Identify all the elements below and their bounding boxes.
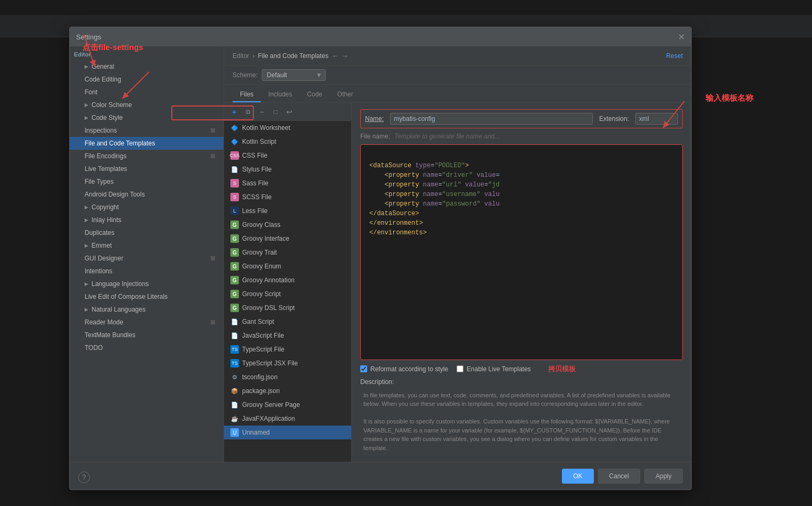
code-content[interactable]: <dataSource type="POOLED"> <property nam…: [361, 145, 682, 360]
add-template-button[interactable]: +: [228, 106, 240, 118]
help-button[interactable]: ?: [78, 471, 90, 483]
reset-button[interactable]: Reset: [666, 52, 683, 60]
tab-files[interactable]: Files: [233, 87, 261, 102]
template-item-groovy-script[interactable]: G Groovy Script: [224, 287, 351, 301]
apply-button[interactable]: Apply: [644, 469, 683, 484]
sass-icon: S: [230, 179, 239, 187]
template-list-panel: + ⧉ − □ ↩ 🔷 Kotlin Worksheet 🔷 K: [224, 103, 352, 462]
sidebar-item-font[interactable]: Font: [70, 86, 223, 99]
breadcrumb-bar: Editor › File and Code Templates ← → Res…: [224, 46, 691, 66]
template-item-groovy-interface[interactable]: G Groovy Interface: [224, 232, 351, 246]
scheme-label: Scheme:: [233, 71, 258, 79]
sidebar-item-todo[interactable]: TODO: [70, 341, 223, 354]
template-item-less-file[interactable]: L Less File: [224, 204, 351, 218]
gui-badge: [211, 256, 215, 260]
sidebar-item-color-scheme[interactable]: Color Scheme: [70, 99, 223, 111]
sidebar-item-intentions[interactable]: Intentions: [70, 265, 223, 278]
gant-icon: 📄: [230, 317, 239, 326]
template-item-kotlin-script[interactable]: 🔷 Kotlin Script: [224, 135, 351, 149]
sidebar-item-code-style[interactable]: Code Style: [70, 111, 223, 124]
template-item-css-file[interactable]: CSS CSS File: [224, 149, 351, 162]
options-row: Reformat according to style Enable Live …: [360, 364, 683, 374]
sidebar-item-copyright[interactable]: Copyright: [70, 201, 223, 214]
settings-content: Editor › File and Code Templates ← → Res…: [224, 46, 691, 462]
template-item-groovy-annotation[interactable]: G Groovy Annotation: [224, 273, 351, 287]
filename-placeholder: Template to generate file name and...: [394, 133, 500, 140]
sidebar-item-file-types[interactable]: File Types: [70, 175, 223, 188]
sidebar-item-language-injections[interactable]: Language Injections: [70, 278, 223, 290]
copy-button[interactable]: ⧉: [242, 106, 254, 118]
template-item-package-json[interactable]: 📦 package.json: [224, 384, 351, 398]
sidebar-item-reader-mode[interactable]: Reader Mode: [70, 316, 223, 329]
template-item-groovy-class[interactable]: G Groovy Class: [224, 218, 351, 232]
ok-button[interactable]: OK: [562, 469, 593, 484]
scheme-dropdown[interactable]: Default ▼: [262, 69, 326, 81]
sidebar-item-natural-languages[interactable]: Natural Languages: [70, 303, 223, 316]
template-item-groovy-enum[interactable]: G Groovy Enum: [224, 259, 351, 273]
nav-back-button[interactable]: ←: [332, 52, 339, 60]
description-section: Description: In file templates, you can …: [360, 378, 683, 456]
groovy-class-icon: G: [230, 221, 239, 229]
reset-template-button[interactable]: ↩: [284, 106, 295, 118]
name-input[interactable]: [390, 113, 593, 125]
template-item-kotlin-worksheet[interactable]: 🔷 Kotlin Worksheet: [224, 121, 351, 135]
kotlin-worksheet-icon: 🔷: [230, 124, 239, 132]
tab-code[interactable]: Code: [300, 87, 330, 102]
tab-includes[interactable]: Includes: [261, 87, 300, 102]
kotlin-script-icon: 🔷: [230, 137, 239, 146]
sidebar-item-code-editing[interactable]: Code Editing: [70, 73, 223, 86]
sidebar-item-inlay-hints[interactable]: Inlay Hints: [70, 214, 223, 226]
reformat-label: Reformat according to style: [370, 365, 448, 373]
sidebar-item-gui-designer[interactable]: GUI Designer: [70, 252, 223, 265]
code-editor[interactable]: <dataSource type="POOLED"> <property nam…: [360, 144, 683, 360]
sidebar-item-live-edit[interactable]: Live Edit of Compose Literals: [70, 290, 223, 303]
dialog-close-button[interactable]: ✕: [678, 32, 685, 42]
groovy-script-icon: G: [230, 290, 239, 298]
copy-template-annotation: 拷贝模板: [548, 364, 576, 374]
template-item-sass-file[interactable]: S Sass File: [224, 176, 351, 190]
scheme-dropdown-arrow: ▼: [316, 71, 322, 79]
cancel-button[interactable]: Cancel: [598, 469, 640, 484]
template-list: 🔷 Kotlin Worksheet 🔷 Kotlin Script CSS C…: [224, 121, 351, 462]
remove-template-button[interactable]: −: [256, 106, 268, 118]
template-item-stylus-file[interactable]: 📄 Stylus File: [224, 162, 351, 176]
sidebar-item-inspections[interactable]: Inspections: [70, 124, 223, 137]
reader-mode-badge: [211, 320, 215, 324]
tree-section-editor: Editor: [70, 48, 223, 60]
sidebar-item-file-code-templates[interactable]: File and Code Templates: [70, 137, 223, 150]
template-item-typescript-jsx[interactable]: TS TypeScript JSX File: [224, 356, 351, 370]
sidebar-item-emmet[interactable]: Emmet: [70, 239, 223, 252]
template-item-javafx[interactable]: ☕ JavaFXApplication: [224, 412, 351, 426]
sidebar-item-general[interactable]: General: [70, 60, 223, 73]
sidebar-item-duplicates[interactable]: Duplicates: [70, 226, 223, 239]
encodings-badge: [211, 154, 215, 158]
template-item-scss-file[interactable]: S SCSS File: [224, 190, 351, 204]
nav-forward-button[interactable]: →: [341, 52, 349, 60]
template-item-gant-script[interactable]: 📄 Gant Script: [224, 315, 351, 329]
sidebar-item-file-encodings[interactable]: File Encodings: [70, 150, 223, 162]
css-icon: CSS: [230, 151, 239, 160]
sidebar-item-live-templates[interactable]: Live Templates: [70, 162, 223, 175]
extension-input[interactable]: [635, 113, 678, 125]
description-label: Description:: [360, 378, 683, 386]
unnamed-icon: U: [230, 428, 239, 437]
duplicate-template-button[interactable]: □: [270, 106, 281, 118]
sidebar-item-textmate[interactable]: TextMate Bundles: [70, 329, 223, 341]
reformat-checkbox[interactable]: Reformat according to style: [360, 365, 448, 373]
template-item-unnamed[interactable]: U Unnamed: [224, 426, 351, 439]
settings-dialog: Settings ✕ Editor General Code Editing F…: [69, 27, 692, 490]
groovy-interface-icon: G: [230, 234, 239, 243]
template-item-groovy-trait[interactable]: G Groovy Trait: [224, 246, 351, 259]
template-item-groovy-server[interactable]: 📄 Groovy Server Page: [224, 398, 351, 412]
sidebar-item-android-design[interactable]: Android Design Tools: [70, 188, 223, 201]
template-item-groovy-dsl[interactable]: G Groovy DSL Script: [224, 301, 351, 315]
groovy-dsl-icon: G: [230, 304, 239, 312]
template-item-tsconfig[interactable]: ⚙ tsconfig.json: [224, 370, 351, 384]
tab-other[interactable]: Other: [330, 87, 361, 102]
dialog-title: Settings: [76, 33, 101, 41]
enable-live-checkbox[interactable]: Enable Live Templates: [457, 365, 531, 373]
name-label: Name:: [365, 115, 384, 123]
template-item-javascript[interactable]: 📄 JavaScript File: [224, 329, 351, 342]
groovy-annotation-icon: G: [230, 276, 239, 284]
template-item-typescript[interactable]: TS TypeScript File: [224, 342, 351, 356]
